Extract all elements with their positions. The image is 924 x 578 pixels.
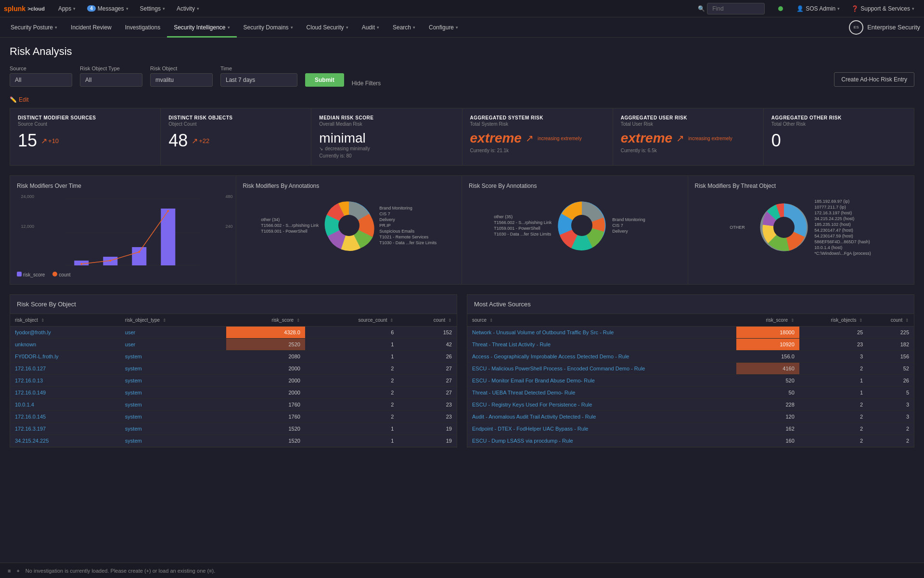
- most-active-row: Endpoint - DTEX - FodHelper UAC Bypass -…: [467, 423, 914, 435]
- nav-configure[interactable]: Configure ▾: [422, 17, 465, 38]
- source-count-cell: 1: [305, 435, 398, 447]
- source-count-cell: 2: [305, 411, 398, 423]
- enterprise-badge: ES Enterprise Security: [849, 20, 920, 35]
- source-cell[interactable]: ESCU - Monitor Email For Brand Abuse Dem…: [467, 375, 736, 387]
- kpi-2-value: 48 ↗ +22: [168, 131, 303, 151]
- source-cell[interactable]: ESCU - Registry Keys Used For Persistenc…: [467, 399, 736, 411]
- ma-risk-score-cell: 160: [736, 435, 799, 447]
- col-source[interactable]: source ⇕: [467, 314, 736, 327]
- col-count[interactable]: count ⇕: [398, 314, 457, 327]
- label-t1030: T1030 - Data ...fer Size Limits: [379, 240, 436, 245]
- source-cell[interactable]: Threat - UEBA Threat Detected Demo- Rule: [467, 387, 736, 399]
- nav-support[interactable]: ❓ Support & Services ▾: [846, 0, 920, 17]
- col-ma-risk-objects[interactable]: risk_objects ⇕: [799, 314, 868, 327]
- ma-risk-score-cell: 228: [736, 399, 799, 411]
- nav-cloud-security[interactable]: Cloud Security ▾: [300, 17, 355, 38]
- svg-point-10: [167, 210, 169, 212]
- create-adhoc-button[interactable]: Create Ad-Hoc Risk Entry: [834, 72, 914, 87]
- help-icon: ❓: [851, 5, 859, 12]
- col-source-count[interactable]: source_count ⇕: [305, 314, 398, 327]
- filters-row: Source All Risk Object Type All Risk Obj…: [10, 66, 914, 87]
- svg-point-8: [109, 260, 111, 262]
- add-icon[interactable]: +: [16, 568, 19, 574]
- source-select[interactable]: All: [10, 73, 72, 87]
- source-cell[interactable]: Threat - Threat List Activity - Rule: [467, 339, 736, 351]
- nav-search[interactable]: Search ▾: [386, 17, 422, 38]
- svg-point-7: [80, 263, 82, 265]
- risk-object-input[interactable]: [150, 73, 213, 87]
- col-risk-object[interactable]: risk_object ⇕: [10, 314, 120, 327]
- edit-link[interactable]: ✏️ Edit: [10, 96, 914, 103]
- label3-host5: 54.230147.59 (host): [814, 234, 872, 238]
- risk-object-cell[interactable]: 172.16.0.13: [10, 375, 120, 387]
- kpi-row: DISTINCT MODIFIER SOURCES Source Count 1…: [10, 108, 914, 166]
- risk-score-data-table: risk_object ⇕ risk_object_type ⇕ risk_sc…: [10, 314, 457, 447]
- risk-score-cell: 2080: [226, 351, 305, 363]
- col-ma-count[interactable]: count ⇕: [868, 314, 914, 327]
- risk-object-type-cell: system: [120, 375, 226, 387]
- nav-security-domains[interactable]: Security Domains ▾: [237, 17, 300, 38]
- svg-rect-5: [132, 247, 146, 265]
- nav-messages[interactable]: 4 Messages ▾: [81, 0, 134, 17]
- risk-score-row: 34.215.24.225 system 1520 1 19: [10, 435, 457, 447]
- risk-object-cell[interactable]: 172.16.0.145: [10, 411, 120, 423]
- time-select[interactable]: Last 7 days: [220, 73, 297, 87]
- kpi-5-currently: Currently is: 6.5k: [621, 148, 756, 153]
- risk-object-cell[interactable]: 172.16.3.197: [10, 423, 120, 435]
- col-risk-score[interactable]: risk_score ⇕: [226, 314, 305, 327]
- nav-incident-review[interactable]: Incident Review: [64, 17, 118, 38]
- risk-object-type-select[interactable]: All: [80, 73, 142, 87]
- source-cell[interactable]: ESCU - Malicious PowerShell Process - En…: [467, 363, 736, 375]
- risk-object-cell[interactable]: 172.16.0.149: [10, 387, 120, 399]
- investigations-label: Investigations: [125, 24, 160, 31]
- menu-icon[interactable]: ≡: [8, 568, 11, 574]
- nav-audit[interactable]: Audit ▾: [355, 17, 386, 38]
- ma-count-cell: 2: [868, 423, 914, 435]
- most-active-table: Most Active Sources source ⇕ risk_score …: [467, 294, 914, 447]
- risk-score-row: 172.16.0.13 system 2000 2 27: [10, 375, 457, 387]
- nav-activity[interactable]: Activity ▾: [171, 0, 205, 17]
- logo[interactable]: splunk >cloud: [4, 5, 45, 13]
- hide-filters-link[interactable]: Hide Filters: [352, 80, 381, 87]
- kpi-4-value: extreme: [470, 131, 522, 146]
- nav-security-intelligence[interactable]: Security Intelligence ▾: [167, 17, 236, 38]
- ma-count-cell: 52: [868, 363, 914, 375]
- ma-risk-score-cell: 50: [736, 387, 799, 399]
- source-cell[interactable]: Endpoint - DTEX - FodHelper UAC Bypass -…: [467, 423, 736, 435]
- risk-object-cell[interactable]: 10.0.1.4: [10, 399, 120, 411]
- risk-object-cell[interactable]: unknown: [10, 339, 120, 351]
- nav-investigations[interactable]: Investigations: [118, 17, 167, 38]
- risk-score-row: fyodor@froth.ly user 4328.0 6 152: [10, 327, 457, 339]
- ma-risk-objects-cell: 2: [799, 411, 868, 423]
- most-active-row: ESCU - Registry Keys Used For Persistenc…: [467, 399, 914, 411]
- nav-settings-label: Settings: [140, 5, 161, 12]
- nav-apps[interactable]: Apps ▾: [52, 0, 81, 17]
- kpi-3-currently: Currently is: 80: [319, 153, 454, 158]
- kpi-2-delta: ↗ +22: [192, 136, 209, 145]
- source-cell[interactable]: Access - Geographically Improbable Acces…: [467, 351, 736, 363]
- svg-point-18: [571, 215, 592, 236]
- risk-object-cell[interactable]: 34.215.24.225: [10, 435, 120, 447]
- most-active-data-table: source ⇕ risk_score ⇕ risk_objects ⇕ cou…: [467, 314, 914, 447]
- col-risk-object-type[interactable]: risk_object_type ⇕: [120, 314, 226, 327]
- submit-button[interactable]: Submit: [305, 73, 344, 87]
- nav-security-posture[interactable]: Security Posture ▾: [4, 17, 64, 38]
- source-cell[interactable]: Network - Unusual Volume of Outbound Tra…: [467, 327, 736, 339]
- risk-object-cell[interactable]: fyodor@froth.ly: [10, 327, 120, 339]
- find-input[interactable]: [707, 3, 765, 14]
- pie-3-container: OTHER 185.192.69.97 (ip) 10777.211.7 (ip…: [695, 194, 908, 261]
- nav-settings[interactable]: Settings ▾: [134, 0, 171, 17]
- risk-object-cell[interactable]: FY0DOR-L.froth.ly: [10, 351, 120, 363]
- source-cell[interactable]: Audit - Anomalous Audit Trail Activity D…: [467, 411, 736, 423]
- source-cell[interactable]: ESCU - Dump LSASS via procdump - Rule: [467, 435, 736, 447]
- col-ma-risk-score[interactable]: risk_score ⇕: [736, 314, 799, 327]
- most-active-row: Network - Unusual Volume of Outbound Tra…: [467, 327, 914, 339]
- label-suspicious-emails: Suspicious Emails: [379, 229, 436, 234]
- risk-object-cell[interactable]: 172.16.0.127: [10, 363, 120, 375]
- label3-hash: 586EF56F4D...865D7 (hash): [814, 239, 872, 244]
- pie-2-right-labels: Brand Monitoring CIS 7 Delivery: [612, 217, 655, 234]
- kpi-4-arrow: ↗: [526, 132, 534, 144]
- nav-user[interactable]: 👤 SOS Admin ▾: [791, 0, 846, 17]
- enterprise-label: Enterprise Security: [867, 24, 920, 31]
- kpi-6-number: 0: [771, 131, 781, 151]
